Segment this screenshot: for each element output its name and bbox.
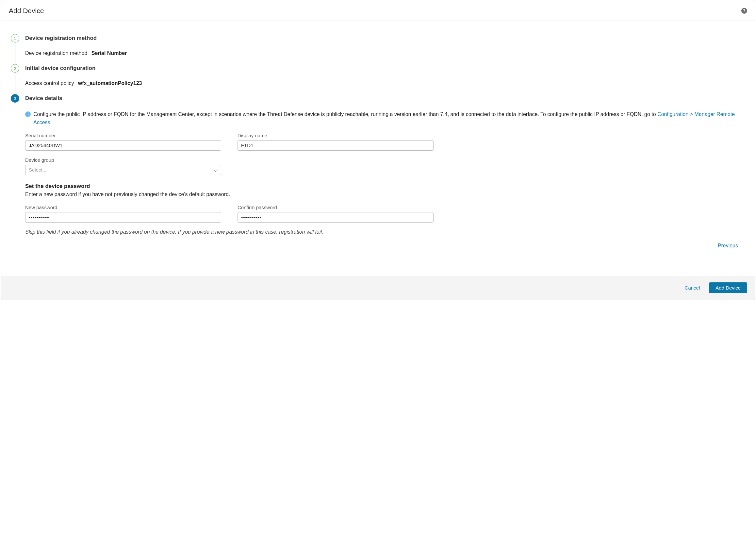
dialog-header: Add Device ? [1, 1, 755, 21]
display-name-label: Display name [237, 133, 434, 138]
step-title: Device details [25, 94, 747, 103]
serial-number-label: Serial number [25, 133, 221, 138]
chevron-down-icon [214, 168, 218, 172]
confirm-password-label: Confirm password [237, 205, 434, 210]
info-text-a: Configure the public IP address or FQDN … [33, 111, 657, 117]
info-icon [25, 111, 31, 117]
previous-button[interactable]: Previous [709, 241, 747, 251]
step-number-3: 3 [11, 94, 19, 103]
password-section-desc: Enter a new password if you have not pre… [25, 191, 747, 197]
previous-row: Previous [25, 241, 747, 251]
step-summary-label: Device registration method [25, 50, 87, 56]
dialog-title: Add Device [9, 7, 44, 15]
new-password-input[interactable] [25, 212, 221, 223]
form-row-identity: Serial number Display name [25, 133, 747, 151]
step-summary-label: Access control policy [25, 80, 74, 86]
step-initial-configuration[interactable]: 2 Initial device configuration Access co… [11, 64, 747, 94]
step-summary: Access control policy wfx_automationPoli… [25, 80, 747, 86]
info-text-b: . [50, 120, 52, 125]
confirm-password-input[interactable] [237, 212, 434, 223]
step-list: 1 Device registration method Device regi… [11, 34, 747, 103]
step-connector [15, 72, 15, 95]
step-summary: Device registration method Serial Number [25, 50, 747, 56]
device-group-select[interactable]: Select... [25, 165, 221, 175]
step-content: Configure the public IP address or FQDN … [11, 103, 747, 251]
field-new-password: New password [25, 205, 221, 223]
add-device-dialog: Add Device ? 1 Device registration metho… [1, 1, 755, 300]
step-title: Device registration method [25, 34, 747, 42]
device-group-placeholder: Select... [29, 167, 46, 173]
info-text: Configure the public IP address or FQDN … [33, 110, 747, 127]
cancel-button[interactable]: Cancel [678, 282, 707, 293]
add-device-button[interactable]: Add Device [709, 282, 747, 293]
step-device-details[interactable]: 3 Device details [11, 94, 747, 103]
new-password-label: New password [25, 205, 221, 210]
step-title: Initial device configuration [25, 64, 747, 72]
step-number-1: 1 [11, 34, 19, 42]
device-group-label: Device group [25, 157, 221, 163]
step-number-2: 2 [11, 64, 19, 72]
serial-number-input[interactable] [25, 140, 221, 151]
step-summary-value: wfx_automationPolicy123 [78, 80, 142, 86]
field-serial-number: Serial number [25, 133, 221, 151]
field-display-name: Display name [237, 133, 434, 151]
display-name-input[interactable] [237, 140, 434, 151]
help-icon[interactable]: ? [741, 8, 747, 14]
password-skip-note: Skip this field if you already changed t… [25, 229, 747, 235]
step-connector [15, 42, 15, 65]
password-section-heading: Set the device password [25, 183, 747, 189]
form-row-group: Device group Select... [25, 157, 747, 175]
dialog-body: 1 Device registration method Device regi… [1, 21, 755, 276]
step-registration-method[interactable]: 1 Device registration method Device regi… [11, 34, 747, 64]
field-device-group: Device group Select... [25, 157, 221, 175]
step-summary-value: Serial Number [92, 50, 127, 56]
info-banner: Configure the public IP address or FQDN … [25, 110, 747, 127]
field-confirm-password: Confirm password [237, 205, 434, 223]
form-row-password: New password Confirm password [25, 205, 747, 223]
dialog-footer: Cancel Add Device [1, 276, 755, 300]
